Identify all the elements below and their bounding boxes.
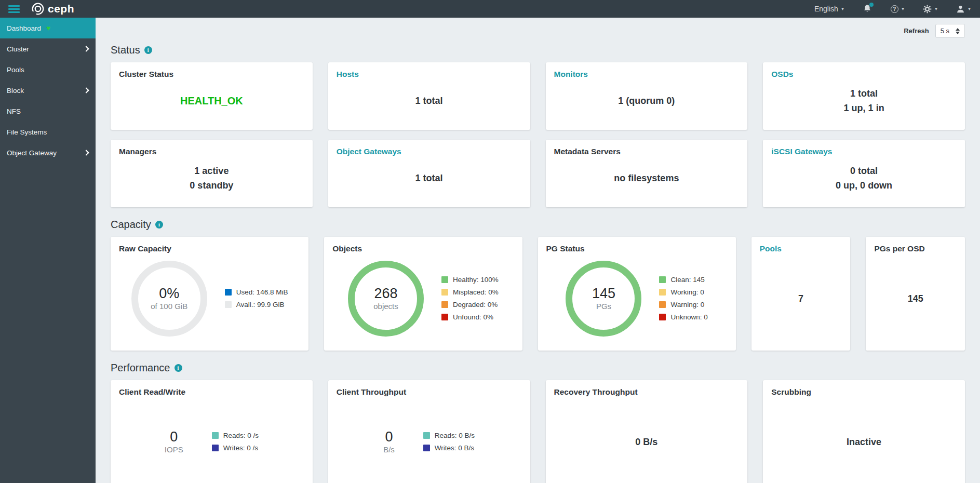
card-pgs-per-osd: PGs per OSD 145	[866, 237, 965, 351]
legend-swatch	[441, 314, 448, 320]
client-iops-value: 0 IOPS	[165, 430, 183, 454]
top-navbar: ceph English ▾ ? ▾	[0, 0, 980, 18]
card-title: Managers	[119, 147, 304, 156]
gear-icon	[923, 5, 932, 14]
sidebar-nav: Dashboard ♥ Cluster Pools Block NFS File…	[0, 18, 96, 483]
card-title: Client Read/Write	[119, 387, 304, 397]
dashboard-content: Refresh 5 s Status i Cluster Status HEAL…	[96, 18, 980, 483]
card-iscsi-gateways: iSCSI Gateways 0 total 0 up, 0 down	[763, 140, 965, 207]
card-title-link[interactable]: iSCSI Gateways	[771, 147, 957, 156]
chart-legend: Clean: 145 Working: 0 Warning: 0 Unknown…	[659, 274, 707, 324]
sidebar-item-label: NFS	[7, 108, 21, 115]
legend-label: Degraded: 0%	[453, 301, 498, 308]
section-title-capacity: Capacity	[111, 219, 151, 231]
info-icon[interactable]: i	[144, 46, 152, 54]
objects-donut-chart: 268 objects	[348, 261, 424, 337]
card-pg-status: PG Status 145 PGs Clean: 145 Working: 0 …	[538, 237, 736, 351]
language-label: English	[814, 5, 838, 13]
chevron-right-icon	[83, 150, 89, 155]
card-title: PGs per OSD	[874, 244, 957, 253]
legend-label: Reads: 0 B/s	[435, 432, 475, 439]
card-value: 1 total	[415, 93, 443, 108]
card-title: Metadata Servers	[554, 147, 740, 156]
sidebar-item-object-gateway[interactable]: Object Gateway	[0, 142, 96, 163]
ceph-logo-icon	[31, 2, 45, 16]
card-value-line: 0 up, 0 down	[836, 178, 892, 193]
chart-legend: Reads: 0 B/s Writes: 0 B/s	[423, 430, 475, 454]
card-title-link[interactable]: Monitors	[554, 70, 740, 79]
sidebar-item-label: File Systems	[7, 128, 47, 136]
refresh-interval-select[interactable]: 5 s	[935, 24, 965, 38]
card-title: Scrubbing	[771, 387, 957, 397]
card-value: 7	[798, 291, 803, 306]
chart-legend: Used: 146.8 MiB Avail.: 99.9 GiB	[225, 286, 288, 311]
sidebar-item-label: Pools	[7, 66, 24, 74]
chevron-down-icon: ▾	[841, 6, 844, 11]
user-icon	[956, 5, 965, 14]
settings-dropdown[interactable]: ▾	[923, 5, 937, 14]
help-icon: ?	[891, 5, 898, 13]
info-icon[interactable]: i	[174, 364, 182, 372]
legend-swatch	[659, 289, 666, 296]
card-title-link[interactable]: Pools	[760, 244, 842, 253]
sidebar-item-dashboard[interactable]: Dashboard ♥	[0, 18, 96, 38]
card-title: Objects	[332, 244, 514, 253]
sidebar-item-nfs[interactable]: NFS	[0, 101, 96, 122]
card-value-line: 1 active	[190, 164, 233, 178]
legend-swatch	[225, 289, 232, 296]
user-dropdown[interactable]: ▾	[956, 5, 971, 14]
legend-swatch	[441, 301, 448, 308]
legend-swatch	[441, 276, 448, 283]
info-icon[interactable]: i	[155, 221, 163, 229]
legend-swatch	[423, 445, 430, 451]
sidebar-item-file-systems[interactable]: File Systems	[0, 122, 96, 142]
card-value: 0 B/s	[635, 435, 657, 449]
donut-center-value: 145	[592, 286, 615, 302]
card-recovery-throughput: Recovery Throughput 0 B/s	[546, 380, 748, 483]
legend-swatch	[423, 432, 430, 439]
card-object-gateways: Object Gateways 1 total	[328, 140, 530, 207]
chevron-right-icon	[83, 87, 89, 93]
legend-swatch	[659, 301, 666, 308]
legend-label: Writes: 0 B/s	[435, 444, 474, 452]
legend-label: Reads: 0 /s	[223, 432, 259, 439]
legend-swatch	[212, 432, 219, 439]
card-value: 1 (quorum 0)	[618, 93, 675, 108]
heartbeat-icon: ♥	[46, 24, 50, 32]
card-title-link[interactable]: OSDs	[771, 70, 957, 79]
card-client-throughput: Client Throughput 0 B/s Reads: 0 B/s Wri…	[328, 380, 530, 483]
card-title: Recovery Throughput	[554, 387, 740, 397]
stepper-icon	[956, 28, 960, 34]
menu-toggle-icon[interactable]	[5, 3, 23, 15]
sidebar-item-pools[interactable]: Pools	[0, 59, 96, 80]
section-title-performance: Performance	[111, 362, 170, 374]
sidebar-item-cluster[interactable]: Cluster	[0, 38, 96, 59]
card-cluster-status: Cluster Status HEALTH_OK	[111, 62, 313, 130]
legend-swatch	[659, 314, 666, 320]
sidebar-item-label: Block	[7, 87, 24, 95]
section-title-status: Status	[111, 44, 140, 56]
help-dropdown[interactable]: ? ▾	[891, 5, 904, 13]
legend-swatch	[225, 301, 232, 308]
raw-capacity-donut-chart: 0% of 100 GiB	[131, 261, 207, 337]
notifications-button[interactable]	[863, 4, 872, 14]
sidebar-item-block[interactable]: Block	[0, 80, 96, 101]
performance-card-grid: Client Read/Write 0 IOPS Reads: 0 /s Wri…	[111, 380, 965, 483]
legend-label: Used: 146.8 MiB	[236, 288, 288, 296]
donut-center-sub: objects	[373, 302, 398, 311]
legend-label: Working: 0	[670, 288, 704, 296]
card-title-link[interactable]: Hosts	[337, 70, 522, 79]
chevron-down-icon: ▾	[935, 6, 937, 11]
ceph-brand[interactable]: ceph	[31, 2, 74, 16]
status-card-grid: Cluster Status HEALTH_OK Hosts 1 total M…	[111, 62, 965, 207]
chevron-down-icon: ▾	[968, 6, 971, 11]
perf-center-value: 0	[165, 430, 183, 445]
card-title: PG Status	[546, 244, 728, 253]
legend-label: Misplaced: 0%	[453, 288, 499, 296]
language-dropdown[interactable]: English ▾	[814, 5, 844, 13]
pg-status-donut-chart: 145 PGs	[566, 261, 641, 337]
cluster-health-value: HEALTH_OK	[180, 95, 243, 107]
card-title-link[interactable]: Object Gateways	[337, 147, 522, 156]
card-monitors: Monitors 1 (quorum 0)	[546, 62, 748, 130]
card-value-line: 1 up, 1 in	[844, 101, 884, 115]
